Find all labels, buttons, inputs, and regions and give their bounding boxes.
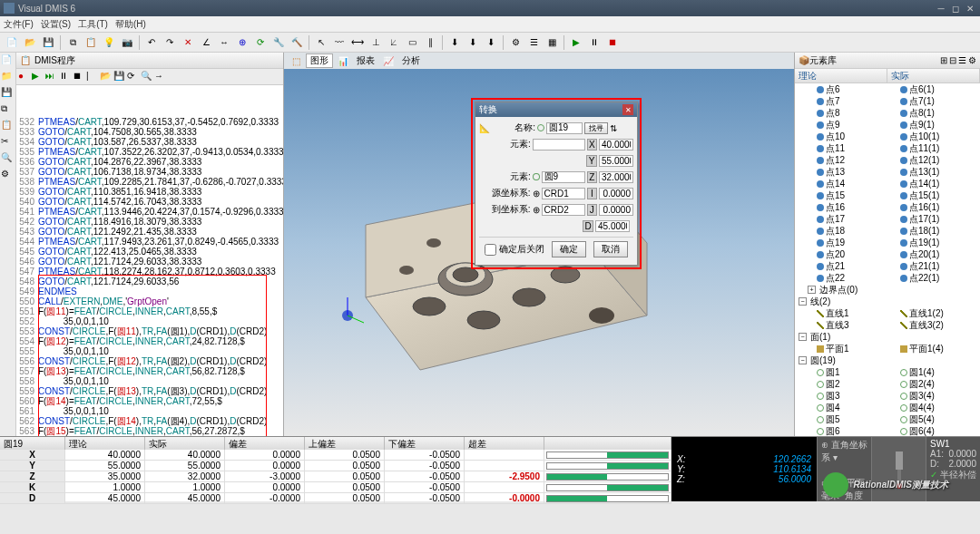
i-input[interactable]	[599, 188, 633, 199]
pt-save-icon[interactable]: 💾	[113, 71, 126, 83]
tb-point-icon[interactable]: ✕	[180, 34, 196, 51]
tb-pause-icon[interactable]: ⏸	[586, 34, 603, 51]
vtb-8-icon[interactable]: ⚙	[1, 169, 15, 183]
tree-row[interactable]: 平面1平面1(4)	[795, 343, 980, 354]
tree-row[interactable]: 点19点19(1)	[795, 237, 980, 248]
tree-row[interactable]: 点22点22(1)	[795, 272, 980, 284]
vtb-3-icon[interactable]: 💾	[1, 87, 15, 102]
vtb-2-icon[interactable]: 📁	[1, 71, 15, 85]
tree-row[interactable]: 圆2圆2(4)	[795, 378, 980, 390]
tree-row[interactable]: 点9点9(1)	[795, 119, 980, 131]
src-elem-input[interactable]	[542, 171, 585, 183]
vp-cube-icon[interactable]: ⬚	[288, 53, 304, 69]
tree-row[interactable]: 点7点7(1)	[795, 95, 980, 107]
ep-tb4-icon[interactable]: ⚙	[968, 55, 976, 65]
pt-goto-icon[interactable]: →	[154, 71, 167, 83]
ep-tb3-icon[interactable]: ☰	[958, 55, 966, 65]
tb-perp-icon[interactable]: ⊥	[368, 34, 384, 51]
tb-angle2-icon[interactable]: ⟀	[386, 34, 402, 51]
j-input[interactable]	[599, 204, 633, 216]
vp-analysis-icon[interactable]: 📈	[380, 53, 397, 69]
y-input[interactable]	[599, 155, 633, 167]
name-input[interactable]	[546, 122, 583, 134]
z-input[interactable]	[599, 171, 633, 183]
tree-row[interactable]: 点21点21(1)	[795, 260, 980, 272]
tb-probe1-icon[interactable]: ⬇	[446, 34, 463, 51]
tb-dist-icon[interactable]: ↔	[216, 34, 232, 51]
tree-body[interactable]: 点6点6(1)点7点7(1)点8点8(1)点9点9(1)点10点10(1)点11…	[795, 83, 980, 436]
cancel-button[interactable]: 取消	[593, 241, 628, 257]
tree-row[interactable]: 圆6圆6(4)	[795, 425, 980, 436]
pt-find-icon[interactable]: 🔍	[141, 71, 153, 83]
tree-row[interactable]: 点17点17(1)	[795, 213, 980, 225]
src-cs-input[interactable]	[542, 188, 585, 199]
tb-curve-icon[interactable]: 〰	[331, 34, 348, 51]
tb-copy-icon[interactable]: ⧉	[64, 34, 81, 51]
tree-hdr-act[interactable]: 实际	[887, 69, 980, 83]
tab-report[interactable]: 报表	[353, 54, 378, 67]
tb-camera-icon[interactable]: 📷	[119, 34, 135, 51]
pt-stop-icon[interactable]: ⏹	[73, 71, 85, 83]
maximize-button[interactable]: ◻	[949, 3, 962, 14]
tree-row[interactable]: 点13点13(1)	[795, 166, 980, 178]
close-button[interactable]: ✕	[964, 3, 976, 14]
tb-paste-icon[interactable]: 📋	[83, 34, 99, 51]
tree-row[interactable]: +边界点(0)	[795, 284, 980, 296]
tb-axis-icon[interactable]: ⊕	[234, 34, 250, 51]
x-input[interactable]	[599, 139, 633, 150]
ep-tb1-icon[interactable]: ⊞	[940, 55, 947, 65]
tb-probe3-icon[interactable]: ⬇	[483, 34, 499, 51]
tab-analysis[interactable]: 分析	[398, 54, 424, 67]
tree-row[interactable]: −线(2)	[795, 296, 980, 307]
ep-tb2-icon[interactable]: ⊟	[949, 55, 956, 65]
elem-input[interactable]	[533, 139, 585, 150]
tb-undo-icon[interactable]: ↶	[143, 34, 160, 51]
tb-stop-icon[interactable]: ⏹	[604, 34, 621, 51]
tb-par-icon[interactable]: ∥	[422, 34, 438, 51]
tb-save-icon[interactable]: 💾	[40, 34, 56, 51]
dst-cs-input[interactable]	[542, 204, 585, 216]
tree-row[interactable]: 点18点18(1)	[795, 225, 980, 237]
tree-row[interactable]: 点11点11(1)	[795, 142, 980, 154]
tb-redo-icon[interactable]: ↷	[162, 34, 178, 51]
tb-tool1-icon[interactable]: 🔧	[270, 34, 287, 51]
tree-row[interactable]: 点14点14(1)	[795, 178, 980, 189]
code-content[interactable]: 532PTMEAS/CART,109.729,30.6153,37,-0.545…	[16, 85, 283, 436]
pt-play-icon[interactable]: ▶	[32, 71, 44, 83]
menu-file[interactable]: 文件(F)	[4, 18, 34, 31]
tb-tool2-icon[interactable]: 🔨	[289, 34, 305, 51]
tb-light-icon[interactable]: 💡	[101, 34, 117, 51]
tree-row[interactable]: −面(1)	[795, 331, 980, 343]
vtb-1-icon[interactable]: 📄	[1, 54, 15, 69]
pt-pause-icon[interactable]: ⏸	[59, 71, 72, 83]
vtb-7-icon[interactable]: 🔍	[1, 152, 15, 167]
tb-open-icon[interactable]: 📂	[22, 34, 38, 51]
pt-rec-icon[interactable]: ●	[18, 71, 31, 83]
menu-help[interactable]: 帮助(H)	[115, 18, 146, 31]
tb-cursor-icon[interactable]: ↖	[313, 34, 329, 51]
d-input[interactable]	[595, 220, 630, 232]
dialog-close-icon[interactable]: ✕	[622, 104, 633, 115]
tree-row[interactable]: 点20点20(1)	[795, 248, 980, 260]
tb-list-icon[interactable]: ☰	[525, 34, 542, 51]
tree-row[interactable]: 点15点15(1)	[795, 189, 980, 201]
vtb-5-icon[interactable]: 📋	[1, 120, 15, 134]
tb-dim-icon[interactable]: ⟷	[349, 34, 366, 51]
close-after-check[interactable]: 确定后关闭	[485, 241, 544, 257]
tab-graphic[interactable]: 图形	[306, 53, 333, 68]
tree-hdr-nom[interactable]: 理论	[795, 69, 887, 83]
tb-new-icon[interactable]: 📄	[4, 34, 20, 51]
tree-row[interactable]: 点16点16(1)	[795, 201, 980, 213]
tb-play-icon[interactable]: ▶	[568, 34, 584, 51]
tree-row[interactable]: 点12点12(1)	[795, 154, 980, 166]
tb-gear-icon[interactable]: ⚙	[507, 34, 524, 51]
tree-row[interactable]: 点10点10(1)	[795, 131, 980, 142]
results-table[interactable]: 圆19 理论 实际 偏差 上偏差 下偏差 超差 X40.000040.00000…	[0, 437, 671, 501]
tree-row[interactable]: 圆5圆5(4)	[795, 413, 980, 425]
swap-icon[interactable]: ⇅	[610, 123, 617, 133]
menu-settings[interactable]: 设置(S)	[41, 18, 71, 31]
tree-row[interactable]: 直线3直线3(2)	[795, 319, 980, 331]
tree-row[interactable]: 圆3圆3(4)	[795, 390, 980, 402]
find-button[interactable]: 找寻	[584, 122, 608, 134]
minimize-button[interactable]: ─	[935, 3, 947, 14]
